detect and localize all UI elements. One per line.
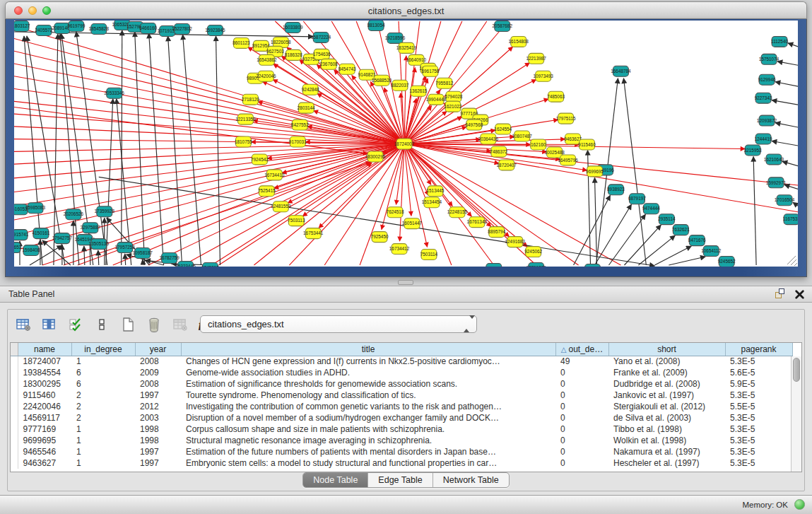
graph-node-label: 1112540 [771, 39, 788, 44]
table-cell: 18724007 [18, 356, 71, 367]
table-vertical-scrollbar[interactable] [791, 356, 801, 472]
float-panel-icon[interactable] [775, 288, 786, 300]
graph-node-label: 20206526 [64, 211, 84, 216]
table-cell: 49 [555, 356, 608, 367]
graph-node-label: 15751074 [759, 57, 779, 62]
graph-node-label: 9115460 [578, 142, 596, 147]
scrollbar-thumb[interactable] [793, 358, 800, 382]
row-gutter-cell [11, 401, 18, 412]
table-row[interactable]: 977716911998Corpus callosum shape and si… [11, 424, 792, 435]
graph-node-label: 12213359 [235, 117, 256, 122]
graph-node-label: 15872224 [311, 35, 331, 40]
graph-edge [42, 240, 71, 265]
table-settings-button[interactable] [13, 315, 33, 334]
graph-node-label: 17975115 [556, 116, 576, 121]
graph-node-label: 9245062 [524, 249, 542, 254]
graph-edge [60, 34, 79, 265]
new-table-button[interactable] [118, 315, 138, 334]
graph-node-label: 20533346 [105, 90, 125, 95]
table-cell: 9463627 [18, 457, 71, 469]
graph-node-label: 9619799 [67, 23, 85, 28]
column-header-in_degree[interactable]: in_degree [71, 343, 135, 356]
network-table-selector[interactable]: citations_edges.txt [200, 315, 477, 333]
table-cell: Estimation of the future numbers of pati… [181, 446, 555, 457]
status-bar: Memory: OK [0, 495, 812, 514]
close-panel-icon[interactable] [794, 289, 805, 300]
graph-node-label: 2718120 [242, 97, 259, 102]
table-cell: 9699695 [18, 435, 71, 446]
tab-edge-table[interactable]: Edge Table [368, 473, 433, 487]
table-row[interactable]: 946362711997Embryonic stem cells: a mode… [11, 457, 792, 469]
graph-node-label: 3215953 [744, 148, 762, 153]
graph-edge [777, 62, 798, 66]
table-row[interactable]: 2242004622012Investigating the contribut… [11, 401, 792, 412]
table-cell: Stergiakouli et al. (2012) [608, 401, 725, 412]
graph-node-label: 1754636 [313, 52, 331, 57]
graph-edge [787, 256, 796, 264]
graph-node-label: 8471676 [688, 238, 706, 243]
row-height-button[interactable] [92, 315, 112, 334]
table-cell: 6 [71, 378, 135, 390]
citation-network-graph: 1803127240557220891406961979918545828106… [14, 21, 798, 267]
graph-node-label: 16753441 [303, 230, 324, 235]
table-tabs-bar: Node TableEdge TableNetwork Table [8, 472, 804, 488]
graph-edge [772, 100, 798, 105]
graph-node-label: 6794028 [445, 94, 462, 99]
graph-node-label: 12481553 [271, 204, 291, 209]
row-gutter-cell [11, 356, 18, 367]
table-cell: 0 [555, 367, 608, 378]
table-row[interactable]: 1938455462009Genome-wide association stu… [11, 367, 792, 378]
node-table: namein_degreeyeartitle△out_de…shortpager… [11, 343, 793, 469]
column-header-year[interactable]: year [135, 343, 181, 356]
table-cell: Corpus callosum shape and size in male p… [181, 424, 555, 435]
table-row[interactable]: 911546021997Tourette syndrome. Phenomeno… [11, 390, 792, 401]
graph-node-label: 15985083 [25, 205, 46, 210]
column-header-pagerank[interactable]: pagerank [725, 343, 792, 356]
table-cell: Franke et al. (2009) [608, 367, 725, 378]
graph-node-label: 10958187 [132, 250, 153, 255]
tab-node-table[interactable]: Node Table [303, 473, 368, 487]
column-header-name[interactable]: name [18, 343, 71, 356]
graph-node-label: 16761342 [467, 219, 488, 224]
graph-node-label: 2367608 [320, 62, 338, 66]
network-canvas[interactable]: 1803127240557220891406961979918545828106… [14, 21, 798, 267]
graph-node-label: 1513445 [427, 189, 445, 194]
table-row[interactable]: 946554611997Estimation of the future num… [11, 446, 792, 457]
panel-resize-grip[interactable] [398, 280, 413, 285]
table-cell: Nakamura et al. (1997) [608, 446, 725, 457]
window-titlebar[interactable]: citations_edges.txt [5, 1, 807, 19]
table-row[interactable]: 1872400712008Changes of HCN gene express… [11, 356, 792, 367]
column-header-out_de[interactable]: △out_de… [555, 343, 608, 356]
table-row[interactable]: 969969511998Structural magnetic resonanc… [11, 435, 792, 446]
column-header-title[interactable]: title [181, 343, 555, 356]
graph-node-label: 15227802 [172, 26, 192, 31]
show-columns-button[interactable] [40, 315, 59, 334]
graph-node-label: 6497568 [465, 122, 483, 127]
graph-node-label: 1279137 [485, 266, 502, 267]
table-cell: 6 [71, 367, 135, 378]
table-cell: 18300295 [18, 378, 71, 390]
graph-edge [125, 254, 126, 265]
graph-node-label: 10654112 [701, 248, 721, 253]
table-cell: 5.3E-5 [725, 356, 792, 367]
graph-edge [216, 36, 220, 265]
column-header-short[interactable]: short [608, 343, 725, 356]
graph-node-label: 18720407 [497, 163, 517, 168]
graph-node-label: 16734412 [389, 246, 410, 251]
network-view-window: citations_edges.txt 18031272405572208914… [5, 1, 807, 277]
graph-edge [54, 34, 58, 265]
graph-node-label: 4150161 [33, 230, 50, 235]
tab-network-table[interactable]: Network Table [433, 473, 509, 487]
table-cell: Hescheler et al. (1997) [608, 457, 725, 469]
graph-node-label: 32975887 [81, 225, 101, 230]
table-row[interactable]: 1456911722003Disruption of a novel membe… [11, 412, 792, 424]
select-rows-button[interactable] [66, 315, 86, 334]
table-row[interactable]: 1830029562008Estimation of significance … [11, 378, 792, 390]
graph-node-label: 9146821 [358, 72, 376, 77]
row-gutter-cell [11, 424, 18, 435]
delete-table-button[interactable] [144, 315, 164, 334]
table-cell: 1 [71, 356, 135, 367]
graph-node-label: 9474444 [642, 206, 660, 211]
table-cell: 9777169 [18, 424, 71, 435]
table-cell: 0 [555, 401, 608, 412]
